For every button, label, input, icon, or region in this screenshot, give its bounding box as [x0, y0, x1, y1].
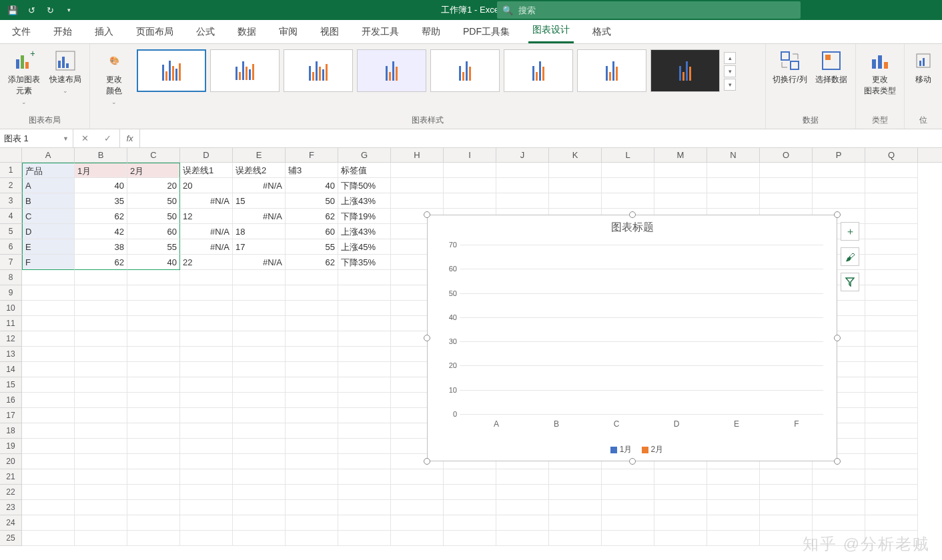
quick-layout-button[interactable]: 快速布局⌄	[47, 47, 84, 94]
cell-D1[interactable]: 误差线1	[180, 163, 233, 178]
cell-A18[interactable]	[22, 423, 75, 439]
chart-plot-area[interactable]: 010203040506070ABCDEF	[460, 245, 823, 414]
resize-handle[interactable]	[424, 211, 430, 218]
cell-N3[interactable]	[707, 193, 760, 209]
cell-F25[interactable]	[286, 531, 338, 546]
cell-B10[interactable]	[75, 301, 127, 316]
cell-D2[interactable]: 20	[180, 178, 233, 193]
chart-style-1[interactable]	[137, 49, 206, 92]
switch-rowcol-button[interactable]: 切换行/列	[771, 47, 809, 85]
cell-Q3[interactable]	[865, 193, 918, 209]
cell-G2[interactable]: 下降50%	[338, 178, 391, 193]
resize-handle[interactable]	[834, 458, 841, 465]
cell-A5[interactable]: D	[22, 224, 75, 239]
cell-B23[interactable]	[75, 500, 127, 515]
cell-D25[interactable]	[180, 531, 233, 546]
cell-A13[interactable]	[22, 347, 75, 362]
col-header-H[interactable]: H	[391, 148, 444, 162]
cell-F23[interactable]	[286, 500, 338, 515]
chart-style-7[interactable]	[577, 49, 646, 92]
cell-E8[interactable]	[233, 270, 286, 285]
row-header-12[interactable]: 12	[0, 331, 22, 347]
cell-E10[interactable]	[233, 301, 286, 316]
tab-PDF工具集[interactable]: PDF工具集	[459, 21, 514, 43]
move-chart-button[interactable]: 移动	[910, 47, 937, 85]
select-data-button[interactable]: 选择数据	[813, 47, 850, 85]
cell-D8[interactable]	[180, 270, 233, 285]
cell-C7[interactable]: 40	[127, 255, 180, 270]
cell-A2[interactable]: A	[22, 178, 75, 193]
col-header-E[interactable]: E	[233, 148, 286, 162]
cell-A8[interactable]	[22, 270, 75, 285]
tab-帮助[interactable]: 帮助	[418, 21, 444, 43]
col-header-D[interactable]: D	[180, 148, 233, 162]
cell-A9[interactable]	[22, 285, 75, 301]
cell-Q21[interactable]	[865, 469, 918, 485]
cell-C23[interactable]	[127, 500, 180, 515]
cell-L1[interactable]	[602, 163, 654, 178]
cell-P1[interactable]	[813, 163, 865, 178]
cell-G18[interactable]	[338, 423, 391, 439]
cell-G25[interactable]	[338, 531, 391, 546]
cell-J3[interactable]	[496, 193, 549, 209]
row-header-13[interactable]: 13	[0, 347, 22, 362]
cell-A24[interactable]	[22, 515, 75, 531]
cell-C22[interactable]	[127, 485, 180, 500]
cell-Q10[interactable]	[865, 301, 918, 316]
cell-A22[interactable]	[22, 485, 75, 500]
cell-B4[interactable]: 62	[75, 209, 127, 224]
cell-G9[interactable]	[338, 285, 391, 301]
cell-A10[interactable]	[22, 301, 75, 316]
cell-C24[interactable]	[127, 515, 180, 531]
cell-J24[interactable]	[496, 515, 549, 531]
cell-A1[interactable]: 产品	[22, 163, 75, 178]
tab-审阅[interactable]: 审阅	[275, 21, 302, 43]
cell-D19[interactable]	[180, 439, 233, 454]
cell-N24[interactable]	[707, 515, 760, 531]
cell-Q20[interactable]	[865, 454, 918, 469]
cell-D11[interactable]	[180, 316, 233, 331]
col-header-G[interactable]: G	[338, 148, 391, 162]
tab-插入[interactable]: 插入	[91, 21, 117, 43]
cell-D23[interactable]	[180, 500, 233, 515]
resize-handle[interactable]	[424, 458, 430, 465]
cell-L21[interactable]	[602, 469, 654, 485]
fx-icon[interactable]: fx	[120, 129, 140, 147]
cell-G23[interactable]	[338, 500, 391, 515]
chart-style-2[interactable]	[210, 49, 280, 92]
col-header-B[interactable]: B	[75, 148, 127, 162]
cell-F18[interactable]	[286, 423, 338, 439]
chart-legend[interactable]: 1月2月	[428, 444, 837, 455]
cell-C20[interactable]	[127, 454, 180, 469]
cell-O2[interactable]	[760, 178, 813, 193]
cell-C17[interactable]	[127, 408, 180, 423]
cell-B7[interactable]: 62	[75, 255, 127, 270]
tab-公式[interactable]: 公式	[192, 21, 219, 43]
cell-C25[interactable]	[127, 531, 180, 546]
cell-L24[interactable]	[602, 515, 654, 531]
cell-E17[interactable]	[233, 408, 286, 423]
resize-handle[interactable]	[629, 458, 636, 465]
formula-input[interactable]	[140, 129, 942, 147]
chart-elements-button[interactable]: ＋	[841, 222, 859, 241]
cell-Q16[interactable]	[865, 393, 918, 408]
undo-icon[interactable]: ↺	[25, 4, 37, 16]
tab-图表设计[interactable]: 图表设计	[528, 19, 574, 43]
cell-M1[interactable]	[654, 163, 707, 178]
cell-I25[interactable]	[444, 531, 496, 546]
cell-B13[interactable]	[75, 347, 127, 362]
cell-O23[interactable]	[760, 500, 813, 515]
row-header-11[interactable]: 11	[0, 316, 22, 331]
cell-C6[interactable]: 55	[127, 239, 180, 255]
cell-F5[interactable]: 60	[286, 224, 338, 239]
cell-D6[interactable]: #N/A	[180, 239, 233, 255]
cell-A7[interactable]: F	[22, 255, 75, 270]
row-header-1[interactable]: 1	[0, 163, 22, 178]
cell-K23[interactable]	[549, 500, 602, 515]
cell-D18[interactable]	[180, 423, 233, 439]
cell-B2[interactable]: 40	[75, 178, 127, 193]
cell-B22[interactable]	[75, 485, 127, 500]
cell-J25[interactable]	[496, 531, 549, 546]
chart-style-3[interactable]	[284, 49, 353, 92]
cell-E3[interactable]: 15	[233, 193, 286, 209]
